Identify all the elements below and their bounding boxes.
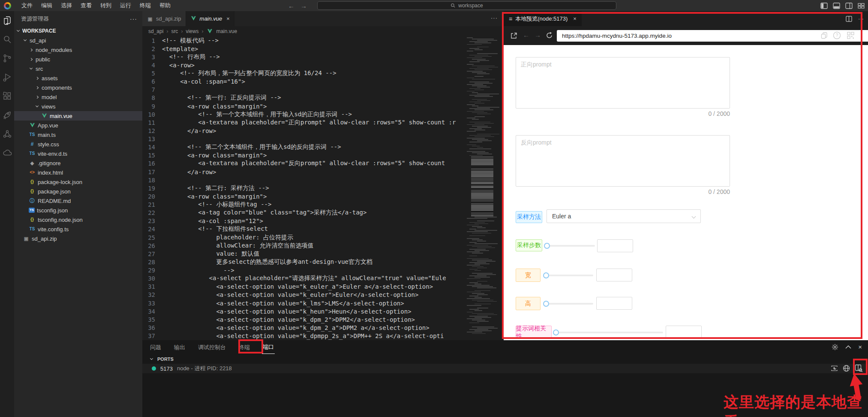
tree-item-sd_api[interactable]: sd_api [14, 36, 142, 45]
width-input[interactable] [596, 269, 632, 281]
tree-item-main.vue[interactable]: main.vue [14, 111, 142, 121]
settings-gear-icon[interactable] [832, 344, 838, 351]
height-slider-handle[interactable] [543, 301, 549, 307]
explorer-more-icon[interactable]: ··· [130, 15, 137, 22]
code-line-13[interactable]: 13 [142, 135, 465, 143]
width-slider-handle[interactable] [543, 272, 549, 278]
code-line-6[interactable]: 6 <a-col :span="16"> [142, 78, 465, 86]
layout-sidebar-left-icon[interactable] [820, 3, 828, 9]
sampler-select[interactable]: Euler a [547, 209, 701, 223]
tree-item-views[interactable]: views [14, 102, 142, 111]
rocket-icon[interactable] [2, 110, 12, 120]
code-line-3[interactable]: 3 <!-- 行布局 --> [142, 53, 465, 61]
positive-prompt-textarea[interactable] [516, 57, 730, 109]
panel-tab-问题[interactable]: 问题 [149, 341, 162, 354]
code-line-27[interactable]: 27 value: 默认值 [142, 250, 465, 258]
close-panel-icon[interactable]: × [858, 343, 862, 351]
browser-back-icon[interactable]: ← [523, 31, 529, 39]
breadcrumb-item-sd_api[interactable]: sd_api [148, 28, 163, 34]
code-line-20[interactable]: 20 <a-row class="margin"> [142, 192, 465, 200]
open-in-browser-globe-icon[interactable] [843, 365, 850, 372]
search-icon[interactable] [2, 34, 12, 45]
code-editor[interactable]: 1<!-- 模板代码 -->2<template>3 <!-- 行布局 -->4… [142, 36, 465, 340]
width-slider-rail[interactable] [546, 275, 593, 276]
code-line-34[interactable]: 34 <a-select-option value="k_heun">Heun<… [142, 307, 465, 315]
code-line-11[interactable]: 11 <a-textarea placeholder="正向prompt" al… [142, 118, 465, 127]
tree-item-main.ts[interactable]: TSmain.ts [14, 130, 142, 139]
search-input[interactable]: workspace [317, 1, 616, 10]
code-line-10[interactable]: 10 <!-- 第一个文本域组件，用于输入sd的正向提示词 --> [142, 110, 465, 118]
panel-tab-端口[interactable]: 端口 [262, 341, 275, 354]
code-line-19[interactable]: 19 <!-- 第二行: 采样方法 --> [142, 184, 465, 192]
code-line-33[interactable]: 33 <a-select-option value="k_lms">LMS</a… [142, 299, 465, 307]
tree-item-package-lock.json[interactable]: {}package-lock.json [14, 177, 142, 187]
tree-item-tsconfig.json[interactable]: TStsconfig.json [14, 205, 142, 215]
code-line-15[interactable]: 15 <a-row class="margin"> [142, 151, 465, 160]
menu-item-终端[interactable]: 终端 [135, 0, 155, 11]
breadcrumb[interactable]: sd_api›src›views›main.vue [142, 26, 504, 36]
menu-item-帮助[interactable]: 帮助 [155, 0, 175, 11]
panel-tab-输出[interactable]: 输出 [173, 341, 186, 354]
tree-item-index.html[interactable]: <>index.html [14, 168, 142, 177]
layout-panel-icon[interactable] [833, 3, 840, 9]
help-icon[interactable]: ? [833, 31, 841, 39]
port-row[interactable]: 5173 node - 进程 PID: 2218 [142, 364, 868, 373]
code-line-24[interactable]: 24 <!-- 下拉框组件select [142, 225, 465, 233]
cloud-icon[interactable] [2, 148, 12, 158]
tree-item-tsconfig.node.json[interactable]: {}tsconfig.node.json [14, 215, 142, 224]
code-line-16[interactable]: 16 <a-textarea placeholder="反向prompt" al… [142, 160, 465, 168]
minimap[interactable] [465, 37, 499, 338]
code-line-29[interactable]: 29 --> [142, 266, 465, 275]
copy-address-icon[interactable] [821, 32, 828, 39]
tree-item-model[interactable]: model [14, 92, 142, 102]
tree-item-public[interactable]: public [14, 54, 142, 64]
tree-item-src[interactable]: src [14, 64, 142, 73]
code-line-17[interactable]: 17 </a-row> [142, 168, 465, 176]
breadcrumb-item-views[interactable]: views [186, 28, 198, 34]
close-icon[interactable]: × [226, 15, 230, 22]
panel-tab-调试控制台[interactable]: 调试控制台 [197, 341, 227, 354]
breadcrumb-item-main.vue[interactable]: main.vue [216, 28, 237, 34]
tree-item-App.vue[interactable]: App.vue [14, 121, 142, 130]
height-input[interactable] [596, 297, 632, 310]
code-line-23[interactable]: 23 <a-col :span="12"> [142, 217, 465, 225]
code-line-12[interactable]: 12 </a-row> [142, 127, 465, 135]
maximize-panel-icon[interactable] [845, 345, 851, 349]
close-icon[interactable]: × [573, 15, 577, 22]
menu-item-运行[interactable]: 运行 [116, 0, 135, 11]
menu-item-查看[interactable]: 查看 [76, 0, 96, 11]
browser-forward-icon[interactable]: → [535, 31, 541, 39]
forward-port-icon[interactable] [831, 365, 838, 372]
editor-more-icon[interactable]: ··· [491, 15, 498, 21]
code-line-1[interactable]: 1<!-- 模板代码 --> [142, 36, 465, 45]
tree-item-README.md[interactable]: ⓘREADME.md [14, 196, 142, 205]
preview-tab[interactable]: ≡ 本地预览(node:5173) × [504, 11, 582, 26]
code-line-26[interactable]: 26 allowClear: 允许清空当前选项值 [142, 242, 465, 250]
breadcrumb-item-src[interactable]: src [171, 28, 178, 34]
tree-item-vite.config.ts[interactable]: TSvite.config.ts [14, 224, 142, 234]
steps-input[interactable] [597, 239, 633, 252]
code-line-18[interactable]: 18 [142, 176, 465, 184]
editor-tab-sd_api.zip[interactable]: ▣sd_api.zip [142, 11, 186, 26]
open-external-icon[interactable] [510, 32, 517, 39]
steps-slider-handle[interactable] [544, 243, 550, 249]
customize-layout-icon[interactable] [858, 3, 865, 9]
extensions-icon[interactable] [2, 91, 12, 101]
code-line-2[interactable]: 2<template> [142, 45, 465, 53]
code-line-4[interactable]: 4 <a-row> [142, 61, 465, 69]
explorer-icon[interactable] [2, 15, 12, 26]
cfg-slider-handle[interactable] [553, 329, 559, 335]
panel-tab-终端[interactable]: 终端 [238, 341, 251, 354]
source-control-icon[interactable] [2, 53, 12, 63]
code-line-14[interactable]: 14 <!-- 第二个文本域组件，用于输入sd的反向提示词 --> [142, 143, 465, 151]
tree-item-vite-env.d.ts[interactable]: TSvite-env.d.ts [14, 149, 142, 158]
tree-item-.gitignore[interactable]: ◈.gitignore [14, 158, 142, 168]
editor-tab-main.vue[interactable]: main.vue× [186, 11, 234, 26]
tree-item-sd_api.zip[interactable]: ▣sd_api.zip [14, 234, 142, 243]
workspace-root[interactable]: WORKSPACE [14, 26, 142, 36]
organization-icon[interactable] [2, 129, 12, 139]
layout-sidebar-right-icon[interactable] [845, 3, 853, 9]
code-line-30[interactable]: 30 <a-select placeholder="请选择采样方法" allow… [142, 275, 465, 283]
qr-code-icon[interactable] [847, 32, 854, 39]
cfg-input[interactable] [666, 326, 702, 338]
